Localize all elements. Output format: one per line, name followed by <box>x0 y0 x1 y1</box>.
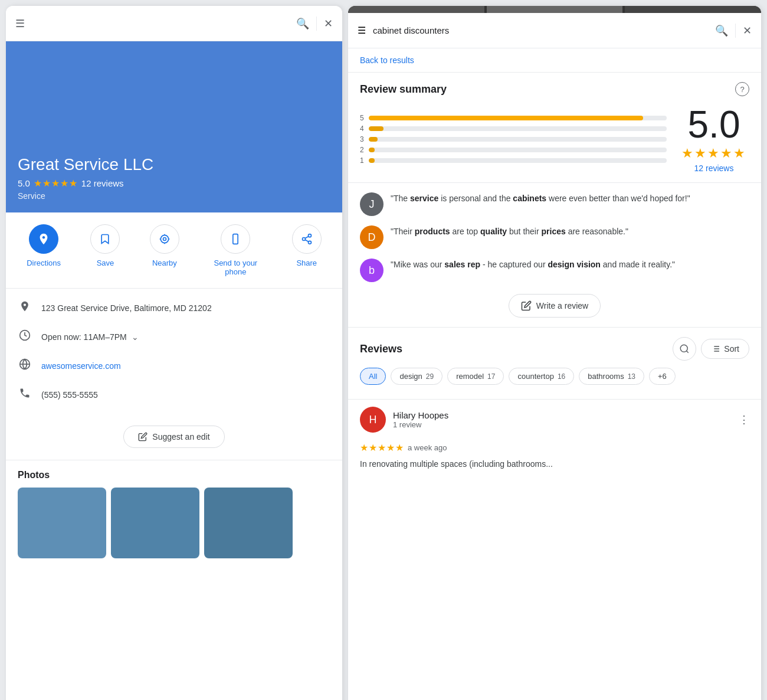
hero-stars: ★★★★★ <box>34 178 78 189</box>
photos-grid <box>18 488 330 558</box>
share-icon <box>292 224 322 254</box>
right-close-icon[interactable]: ✕ <box>743 24 752 37</box>
directions-label: Directions <box>27 259 61 267</box>
chip-all-label: All <box>369 372 377 381</box>
reviews-search-button[interactable] <box>673 337 696 361</box>
svg-line-17 <box>687 351 689 352</box>
top-photo-2 <box>487 6 623 13</box>
bar-label-1: 1 <box>360 156 364 165</box>
category-label: Service <box>18 191 153 201</box>
svg-point-1 <box>160 235 168 243</box>
reviews-header: Reviews Sort <box>360 337 749 361</box>
svg-point-8 <box>308 234 311 237</box>
svg-point-16 <box>681 345 688 352</box>
chip-design-label: design <box>399 372 422 381</box>
review-summary-section: Review summary ? 5 4 3 <box>348 73 761 183</box>
nearby-button[interactable]: Nearby <box>150 224 179 276</box>
avatar-j: J <box>360 192 384 216</box>
back-label: Back to results <box>360 55 414 65</box>
photo-thumb-3[interactable] <box>204 488 293 558</box>
top-photos-bar <box>348 6 761 13</box>
send-to-phone-button[interactable]: Send to your phone <box>209 224 262 276</box>
help-icon[interactable]: ? <box>735 82 749 96</box>
send-to-phone-label: Send to your phone <box>209 259 262 276</box>
right-search-text[interactable]: cabinet discounters <box>373 25 708 35</box>
snippet-text-3: "Mike was our sales rep - he captured ou… <box>391 259 675 271</box>
save-button[interactable]: Save <box>90 224 120 276</box>
globe-icon <box>18 358 32 373</box>
reviews-controls: Sort <box>673 337 749 361</box>
sort-button[interactable]: Sort <box>701 339 749 359</box>
rating-row: 5.0 ★★★★★ 12 reviews <box>18 178 153 189</box>
directions-button[interactable]: Directions <box>27 224 61 276</box>
left-panel: ☰ 🔍 ✕ Great Service LLC 5.0 ★★★★★ 12 rev… <box>6 6 342 700</box>
reviewer-stars-row: ★★★★★ a week ago <box>348 440 761 456</box>
reviewer-row: H Hilary Hoopes 1 review ⋮ <box>348 399 761 440</box>
chip-more[interactable]: +6 <box>649 368 676 385</box>
share-button[interactable]: Share <box>292 224 322 276</box>
menu-icon[interactable]: ☰ <box>15 17 25 30</box>
avatar-d: D <box>360 225 384 249</box>
reviewer-text: In renovating multiple spaces (including… <box>348 456 761 477</box>
website-item[interactable]: awesomeservice.com <box>6 351 342 380</box>
top-photo-1 <box>348 6 484 13</box>
bar-track-5 <box>369 116 667 120</box>
bar-fill-1 <box>369 158 375 163</box>
bar-label-5: 5 <box>360 114 364 122</box>
chip-all[interactable]: All <box>360 368 386 385</box>
chip-countertop-count: 16 <box>558 372 565 381</box>
chip-bathrooms[interactable]: bathrooms 13 <box>579 368 644 385</box>
chip-countertop[interactable]: countertop 16 <box>509 368 574 385</box>
back-to-results-link[interactable]: Back to results <box>348 48 761 73</box>
review-snippets: J "The service is personal and the cabin… <box>348 183 761 328</box>
right-search-bar: ☰ cabinet discounters 🔍 ✕ <box>348 13 761 48</box>
bar-track-1 <box>369 158 667 163</box>
hero-reviews-count: 12 reviews <box>81 178 124 188</box>
chip-remodel-label: remodel <box>456 372 484 381</box>
chevron-down-icon[interactable]: ⌄ <box>132 332 139 342</box>
snippet-row-2: D "Their products are top quality but th… <box>360 225 749 249</box>
reviewer-avatar: H <box>360 407 386 433</box>
hours-row: Open now: 11AM–7PM ⌄ <box>41 332 139 342</box>
bar-row-1: 1 <box>360 156 667 165</box>
score-reviews-link[interactable]: 12 reviews <box>678 163 749 173</box>
bar-fill-4 <box>369 126 384 131</box>
right-search-icon[interactable]: 🔍 <box>715 24 728 37</box>
chip-design[interactable]: design 29 <box>391 368 442 385</box>
snippet-row-3: b "Mike was our sales rep - he captured … <box>360 259 749 282</box>
info-list: 123 Great Service Drive, Baltimore, MD 2… <box>6 289 342 414</box>
phone-item[interactable]: (555) 555-5555 <box>6 380 342 409</box>
bar-track-3 <box>369 137 667 142</box>
photo-thumb-2[interactable] <box>111 488 199 558</box>
chip-remodel[interactable]: remodel 17 <box>447 368 504 385</box>
avatar-b: b <box>360 259 384 282</box>
hero-info: Great Service LLC 5.0 ★★★★★ 12 reviews S… <box>18 155 153 201</box>
svg-point-10 <box>308 241 311 244</box>
close-icon[interactable]: ✕ <box>324 17 333 30</box>
reviews-title: Reviews <box>360 343 402 355</box>
bar-track-2 <box>369 148 667 152</box>
phone-icon <box>18 387 32 402</box>
three-dots-icon[interactable]: ⋮ <box>739 413 749 426</box>
svg-line-11 <box>305 240 309 241</box>
snippet-row-1: J "The service is personal and the cabin… <box>360 192 749 216</box>
hours-item[interactable]: Open now: 11AM–7PM ⌄ <box>6 322 342 351</box>
bar-row-4: 4 <box>360 125 667 133</box>
search-icon[interactable]: 🔍 <box>296 17 309 30</box>
chip-countertop-label: countertop <box>517 372 553 381</box>
right-menu-icon[interactable]: ☰ <box>358 25 366 36</box>
bar-track-4 <box>369 126 667 131</box>
chip-remodel-count: 17 <box>487 372 495 381</box>
website-text[interactable]: awesomeservice.com <box>41 361 121 371</box>
suggest-edit-button[interactable]: Suggest an edit <box>123 426 224 448</box>
photo-thumb-1[interactable] <box>18 488 106 558</box>
write-review-container: Write a review <box>360 294 749 318</box>
filter-chips: All design 29 remodel 17 countertop 16 b… <box>360 368 749 385</box>
snippet-text-2: "Their products are top quality but thei… <box>391 225 628 238</box>
bar-row-2: 2 <box>360 146 667 154</box>
address-text: 123 Great Service Drive, Baltimore, MD 2… <box>41 303 212 313</box>
write-review-button[interactable]: Write a review <box>509 294 601 318</box>
bar-row-5: 5 <box>360 114 667 122</box>
rating-breakdown: 5 4 3 2 <box>360 106 749 173</box>
chip-design-count: 29 <box>426 372 434 381</box>
